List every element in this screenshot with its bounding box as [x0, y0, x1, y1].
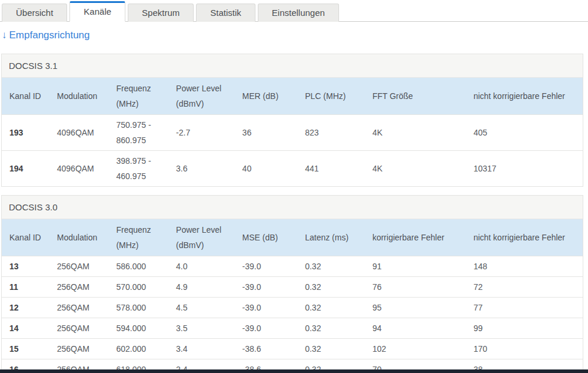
data-cell: 91 — [373, 256, 474, 277]
channel-id-cell: 194 — [2, 151, 57, 187]
tab-einstellungen[interactable]: Einstellungen — [258, 4, 339, 22]
data-cell: 76 — [373, 277, 474, 298]
data-cell: 72 — [473, 277, 583, 298]
arrow-down-icon: ↓ — [2, 29, 7, 41]
downstream-direction-link[interactable]: ↓Empfangsrichtung — [2, 29, 90, 41]
data-cell: 256QAM — [57, 318, 117, 339]
channel-id-cell: 193 — [2, 115, 57, 151]
data-cell: 578.000 — [116, 298, 176, 318]
table-header-row: Kanal IDModulationFrequenz (MHz)Power Le… — [2, 219, 583, 256]
tab-spektrum[interactable]: Spektrum — [128, 4, 194, 22]
column-header: FFT Größe — [373, 78, 474, 115]
direction-row: ↓Empfangsrichtung — [2, 29, 588, 41]
column-header: MSE (dB) — [242, 219, 305, 256]
data-cell: 40 — [242, 151, 305, 187]
column-header: Power Level (dBmV) — [176, 78, 242, 115]
data-cell: 594.000 — [116, 318, 176, 339]
data-cell: 0.32 — [305, 256, 372, 277]
data-cell: 3.4 — [176, 339, 242, 359]
data-cell: 4.9 — [176, 277, 242, 298]
data-cell: 823 — [305, 115, 372, 151]
data-cell: 4096QAM — [57, 151, 117, 187]
data-cell: 77 — [473, 298, 583, 318]
tab-bar: Übersicht Kanäle Spektrum Statistik Eins… — [0, 0, 588, 22]
column-header: nicht korrigierbare Fehler — [473, 219, 583, 256]
channel-id-cell: 15 — [2, 339, 57, 359]
column-header: Frequenz (MHz) — [116, 219, 176, 256]
table-row: 15256QAM602.0003.4-38.60.32102170 — [2, 339, 583, 359]
data-cell: 4K — [373, 151, 474, 187]
tab-uebersicht[interactable]: Übersicht — [2, 4, 67, 22]
docsis31-table: Kanal IDModulationFrequenz (MHz)Power Le… — [2, 78, 583, 186]
data-cell: 94 — [373, 318, 474, 339]
data-cell: 99 — [473, 318, 583, 339]
data-cell: 102 — [373, 339, 474, 359]
column-header: Modulation — [57, 219, 117, 256]
data-cell: 750.975 - 860.975 — [116, 115, 176, 151]
docsis30-title: DOCSIS 3.0 — [2, 196, 583, 219]
data-cell: 570.000 — [116, 277, 176, 298]
data-cell: 0.32 — [305, 298, 372, 318]
tab-kanaele[interactable]: Kanäle — [69, 1, 125, 22]
data-cell: 256QAM — [57, 277, 117, 298]
column-header: Latenz (ms) — [305, 219, 372, 256]
column-header: Frequenz (MHz) — [116, 78, 176, 115]
data-cell: 4K — [373, 115, 474, 151]
channel-id-cell: 13 — [2, 256, 57, 277]
data-cell: 405 — [473, 115, 583, 151]
data-cell: 95 — [373, 298, 474, 318]
data-cell: 4.0 — [176, 256, 242, 277]
data-cell: 602.000 — [116, 339, 176, 359]
data-cell: 170 — [473, 339, 583, 359]
data-cell: -39.0 — [242, 256, 305, 277]
channel-id-cell: 12 — [2, 298, 57, 318]
data-cell: 148 — [473, 256, 583, 277]
column-header: nicht korrigierbare Fehler — [473, 78, 583, 115]
table-row: 11256QAM570.0004.9-39.00.327672 — [2, 277, 583, 298]
data-cell: -38.6 — [242, 339, 305, 359]
docsis30-section: DOCSIS 3.0 Kanal IDModulationFrequenz (M… — [1, 195, 583, 373]
data-cell: 256QAM — [57, 256, 117, 277]
data-cell: 0.32 — [305, 339, 372, 359]
column-header: Kanal ID — [2, 219, 57, 256]
data-cell: 3.6 — [176, 151, 242, 187]
direction-label: Empfangsrichtung — [9, 29, 90, 41]
data-cell: 586.000 — [116, 256, 176, 277]
column-header: MER (dB) — [242, 78, 305, 115]
data-cell: 4096QAM — [57, 115, 117, 151]
data-cell: -39.0 — [242, 318, 305, 339]
data-cell: 0.32 — [305, 277, 372, 298]
table-row: 1944096QAM398.975 - 460.9753.6404414K103… — [2, 151, 583, 187]
data-cell: 441 — [305, 151, 372, 187]
table-row: 14256QAM594.0003.5-39.00.329499 — [2, 318, 583, 339]
page: Übersicht Kanäle Spektrum Statistik Eins… — [0, 0, 588, 373]
data-cell: -2.7 — [176, 115, 242, 151]
column-header: Power Level (dBmV) — [176, 219, 242, 256]
channel-id-cell: 11 — [2, 277, 57, 298]
column-header: Kanal ID — [2, 78, 57, 115]
tab-statistik[interactable]: Statistik — [196, 4, 255, 22]
table-header-row: Kanal IDModulationFrequenz (MHz)Power Le… — [2, 78, 583, 115]
table-row: 12256QAM578.0004.5-39.00.329577 — [2, 298, 583, 318]
column-header: PLC (MHz) — [305, 78, 372, 115]
data-cell: -39.0 — [242, 298, 305, 318]
data-cell: -39.0 — [242, 277, 305, 298]
data-cell: 36 — [242, 115, 305, 151]
data-cell: 256QAM — [57, 339, 117, 359]
table-row: 1934096QAM750.975 - 860.975-2.7368234K40… — [2, 115, 583, 151]
data-cell: 0.32 — [305, 318, 372, 339]
data-cell: 256QAM — [57, 298, 117, 318]
column-header: Modulation — [57, 78, 117, 115]
table-row: 13256QAM586.0004.0-39.00.3291148 — [2, 256, 583, 277]
data-cell: 398.975 - 460.975 — [116, 151, 176, 187]
channel-id-cell: 14 — [2, 318, 57, 339]
docsis31-title: DOCSIS 3.1 — [2, 54, 583, 78]
data-cell: 10317 — [473, 151, 583, 187]
docsis31-section: DOCSIS 3.1 Kanal IDModulationFrequenz (M… — [1, 54, 583, 187]
data-cell: 4.5 — [176, 298, 242, 318]
footer-bar — [0, 369, 588, 373]
data-cell: 3.5 — [176, 318, 242, 339]
column-header: korrigierbare Fehler — [373, 219, 474, 256]
docsis30-table: Kanal IDModulationFrequenz (MHz)Power Le… — [2, 219, 583, 373]
